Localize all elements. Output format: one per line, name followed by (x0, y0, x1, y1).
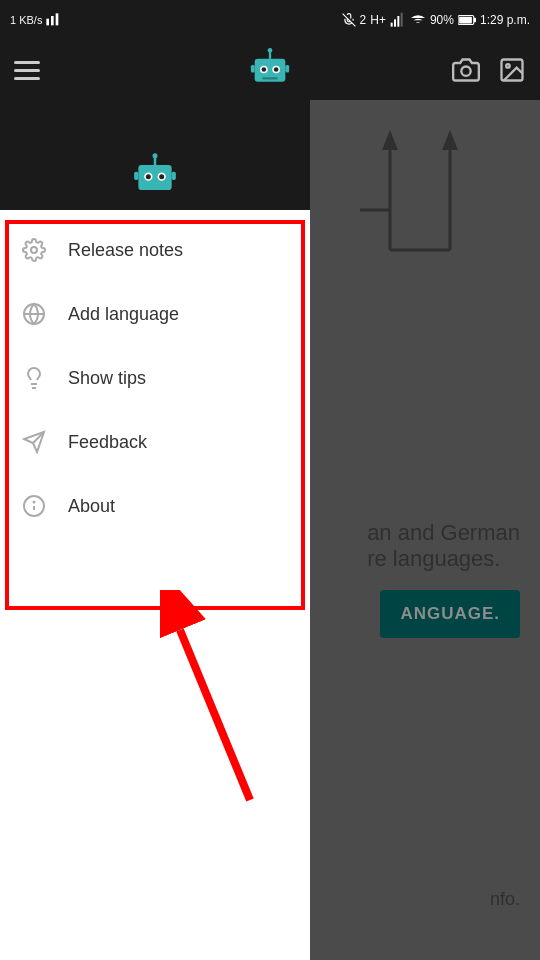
hamburger-button[interactable] (14, 61, 40, 80)
drawer-robot-logo (130, 150, 180, 200)
svg-rect-5 (394, 19, 396, 26)
data-speed: 1 KB/s (10, 14, 42, 26)
svg-rect-37 (134, 172, 138, 180)
globe-icon (22, 302, 46, 326)
svg-rect-38 (172, 172, 176, 180)
bulb-icon (22, 366, 46, 390)
menu-label-feedback: Feedback (68, 432, 147, 453)
add-language-icon (20, 300, 48, 328)
svg-rect-20 (285, 65, 289, 73)
menu-label-show-tips: Show tips (68, 368, 146, 389)
svg-rect-7 (401, 13, 403, 27)
svg-rect-19 (251, 65, 255, 73)
navigation-drawer: Release notes Add language (0, 100, 310, 960)
svg-point-39 (31, 247, 37, 253)
menu-item-show-tips[interactable]: Show tips (0, 346, 310, 410)
sim-indicator: 2 (360, 13, 367, 27)
svg-point-33 (146, 174, 151, 179)
mute-icon (342, 13, 356, 27)
gallery-button[interactable] (498, 56, 526, 84)
svg-point-15 (274, 67, 279, 72)
battery-percent: 90% (430, 13, 454, 27)
send-icon (22, 430, 46, 454)
svg-rect-18 (262, 77, 277, 79)
about-icon (20, 492, 48, 520)
drawer-header (0, 100, 310, 210)
info-icon (22, 494, 46, 518)
menu-label-release-notes: Release notes (68, 240, 183, 261)
dim-overlay[interactable] (310, 100, 540, 960)
wifi-icon (410, 12, 426, 28)
status-right: 2 H+ 90% 1:29 p.m. (342, 12, 530, 28)
status-left: 1 KB/s (10, 12, 61, 28)
robot-logo-icon (247, 45, 293, 91)
gear-icon (22, 238, 46, 262)
status-bar: 1 KB/s 2 H+ 90% 1:29 p.m. (0, 0, 540, 40)
svg-point-14 (262, 67, 267, 72)
app-bar (0, 40, 540, 100)
svg-rect-30 (138, 165, 171, 190)
svg-rect-6 (397, 16, 399, 27)
svg-point-17 (268, 48, 273, 53)
main-content: an and German re languages. ANGUAGE. nfo… (0, 100, 540, 960)
app-bar-actions (452, 56, 526, 84)
svg-point-21 (461, 67, 470, 76)
svg-point-34 (159, 174, 164, 179)
app-logo (247, 45, 293, 95)
network-type: H+ (370, 13, 386, 27)
svg-point-36 (153, 153, 158, 158)
release-notes-icon (20, 236, 48, 264)
menu-item-add-language[interactable]: Add language (0, 282, 310, 346)
svg-rect-10 (474, 18, 476, 23)
menu-item-release-notes[interactable]: Release notes (0, 218, 310, 282)
svg-rect-2 (56, 13, 59, 25)
svg-point-23 (506, 64, 510, 68)
menu-label-add-language: Add language (68, 304, 179, 325)
signal-icon (390, 12, 406, 28)
svg-rect-9 (459, 17, 472, 24)
camera-button[interactable] (452, 56, 480, 84)
time: 1:29 p.m. (480, 13, 530, 27)
feedback-icon (20, 428, 48, 456)
show-tips-icon (20, 364, 48, 392)
menu-list: Release notes Add language (0, 210, 310, 546)
menu-item-feedback[interactable]: Feedback (0, 410, 310, 474)
svg-rect-4 (391, 23, 393, 27)
battery-icon (458, 14, 476, 26)
menu-item-about[interactable]: About (0, 474, 310, 538)
svg-rect-1 (51, 16, 54, 25)
svg-rect-0 (47, 19, 50, 26)
menu-label-about: About (68, 496, 115, 517)
data-icon (45, 12, 61, 28)
